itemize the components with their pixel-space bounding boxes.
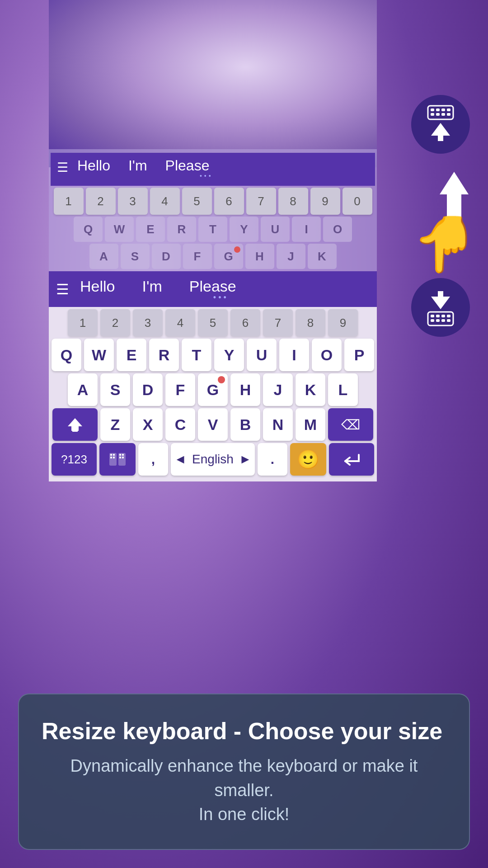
key-e[interactable]: E [117, 339, 146, 371]
key-a-top[interactable]: A [89, 244, 118, 269]
key-x[interactable]: X [133, 408, 163, 441]
key-j-top[interactable]: J [277, 244, 305, 269]
key-p[interactable]: P [344, 339, 374, 371]
key-2-top[interactable]: 2 [86, 188, 116, 215]
language-label: English [192, 452, 234, 467]
svg-marker-24 [431, 297, 450, 309]
qwerty-row-main: Q W E R T Y U I O P [52, 339, 374, 371]
key-t[interactable]: T [182, 339, 211, 371]
key-9-top[interactable]: 9 [310, 188, 340, 215]
key-split[interactable] [99, 443, 136, 476]
key-a[interactable]: A [68, 373, 98, 406]
svg-rect-34 [447, 319, 450, 322]
resize-down-button[interactable] [411, 278, 470, 337]
key-s[interactable]: S [100, 373, 130, 406]
toolbar-dots-top: ••• [200, 172, 213, 179]
key-n[interactable]: N [263, 408, 293, 441]
keyboard-icon-down [427, 311, 454, 326]
suggestion-hello-main[interactable]: Hello [80, 278, 115, 295]
menu-icon-top[interactable]: ☰ [57, 161, 68, 174]
red-dot-g-top [234, 246, 240, 253]
key-r-top[interactable]: R [167, 217, 196, 242]
key-emoji[interactable]: 🙂 [290, 443, 326, 476]
key-h[interactable]: H [230, 373, 260, 406]
svg-rect-8 [119, 454, 121, 456]
svg-rect-27 [431, 315, 434, 317]
key-o[interactable]: O [312, 339, 342, 371]
key-b[interactable]: B [230, 408, 260, 441]
key-4-top[interactable]: 4 [150, 188, 180, 215]
suggestion-hello-top[interactable]: Hello [77, 157, 110, 174]
key-3-top[interactable]: 3 [118, 188, 148, 215]
key-1-top[interactable]: 1 [54, 188, 84, 215]
key-w[interactable]: W [84, 339, 114, 371]
menu-icon-main[interactable]: ☰ [56, 281, 69, 298]
key-5-top[interactable]: 5 [182, 188, 212, 215]
suggestion-im-main[interactable]: I'm [142, 278, 162, 295]
svg-rect-28 [436, 315, 440, 317]
key-7-top[interactable]: 7 [246, 188, 276, 215]
red-dot-g [218, 376, 225, 383]
key-d-top[interactable]: D [152, 244, 181, 269]
key-4-main[interactable]: 4 [165, 309, 195, 336]
asdf-row-top: A S D F G H J K [51, 244, 375, 269]
key-3-main[interactable]: 3 [133, 309, 163, 336]
svg-rect-32 [436, 319, 440, 322]
key-g-top[interactable]: G [214, 244, 243, 269]
key-6-main[interactable]: 6 [230, 309, 260, 336]
svg-rect-14 [436, 108, 440, 111]
key-shift[interactable] [52, 408, 98, 441]
key-8-main[interactable]: 8 [296, 309, 325, 336]
language-left-arrow: ◄ [174, 452, 187, 467]
key-backspace[interactable]: ⌫ [328, 408, 373, 441]
key-d[interactable]: D [133, 373, 163, 406]
info-card-subtitle: Dynamically enhance the keyboard or make… [42, 754, 446, 826]
key-q-top[interactable]: Q [74, 217, 103, 242]
key-7-main[interactable]: 7 [263, 309, 293, 336]
key-i[interactable]: I [279, 339, 309, 371]
key-k-top[interactable]: K [308, 244, 337, 269]
suggestion-please-main[interactable]: Please [189, 278, 236, 295]
key-e-top[interactable]: E [136, 217, 165, 242]
keyboard-main: ☰ Hello I'm Please ••• 1 2 3 4 5 6 7 8 9… [49, 271, 377, 481]
key-f-top[interactable]: F [183, 244, 212, 269]
key-k[interactable]: K [296, 373, 325, 406]
key-s-top[interactable]: S [121, 244, 150, 269]
key-h-top[interactable]: H [245, 244, 274, 269]
key-u[interactable]: U [247, 339, 277, 371]
key-enter[interactable] [329, 443, 374, 476]
key-o-top[interactable]: O [323, 217, 352, 242]
key-w-top[interactable]: W [105, 217, 134, 242]
key-9-main[interactable]: 9 [328, 309, 358, 336]
key-language[interactable]: ◄ English ► [171, 443, 255, 476]
key-y-top[interactable]: Y [230, 217, 258, 242]
suggestion-please-top[interactable]: Please [165, 157, 210, 174]
key-123[interactable]: ?123 [52, 443, 97, 476]
hand-pointer-icon: 👇 [411, 212, 479, 276]
key-comma[interactable]: , [138, 443, 168, 476]
main-toolbar: ☰ Hello I'm Please ••• [49, 271, 377, 307]
key-0-top[interactable]: 0 [343, 188, 372, 215]
suggestion-im-top[interactable]: I'm [128, 157, 147, 174]
key-m[interactable]: M [296, 408, 325, 441]
key-5-main[interactable]: 5 [198, 309, 228, 336]
key-t-top[interactable]: T [198, 217, 227, 242]
key-i-top[interactable]: I [292, 217, 321, 242]
key-f[interactable]: F [165, 373, 195, 406]
key-8-top[interactable]: 8 [278, 188, 308, 215]
key-6-top[interactable]: 6 [214, 188, 244, 215]
key-g[interactable]: G [198, 373, 228, 406]
key-z[interactable]: Z [100, 408, 130, 441]
key-r[interactable]: R [149, 339, 179, 371]
key-2-main[interactable]: 2 [100, 309, 130, 336]
key-v[interactable]: V [198, 408, 228, 441]
key-c[interactable]: C [165, 408, 195, 441]
key-j[interactable]: J [263, 373, 293, 406]
resize-up-button[interactable] [411, 95, 470, 154]
key-y[interactable]: Y [214, 339, 244, 371]
key-q[interactable]: Q [52, 339, 81, 371]
key-u-top[interactable]: U [261, 217, 290, 242]
key-period[interactable]: . [258, 443, 287, 476]
key-l[interactable]: L [328, 373, 358, 406]
key-1-main[interactable]: 1 [68, 309, 98, 336]
